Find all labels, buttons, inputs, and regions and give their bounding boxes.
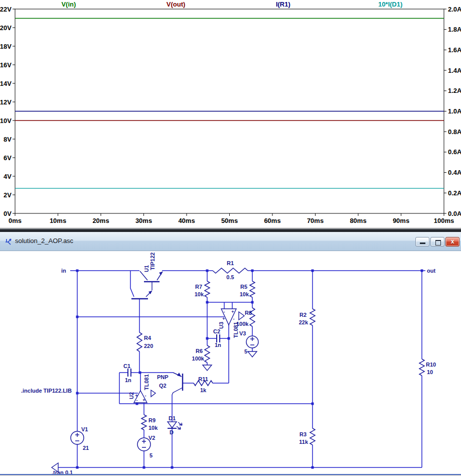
- legend-V(in)[interactable]: V(in): [61, 1, 76, 8]
- R6-value: 100k: [192, 355, 205, 362]
- window-title: solution_2_AOP.asc: [15, 237, 73, 245]
- R5-value: 10k: [240, 291, 249, 297]
- wire-junction: [251, 301, 254, 304]
- V3-name: V3: [239, 330, 246, 336]
- R10-name: R10: [426, 362, 436, 368]
- R6-name: R6: [196, 348, 203, 354]
- C1-value: 1n: [125, 377, 131, 383]
- x-tick-label: 40ms: [178, 217, 195, 224]
- y-left-tick-label: 22V: [0, 6, 12, 13]
- R4-name: R4: [144, 335, 151, 341]
- resistor-zigzag[interactable]: [419, 359, 424, 376]
- axis-tick-labels: 22V20V18V16V14V12V10V8V6V4V2V0V2.0A1.8A1…: [0, 6, 461, 225]
- y-right-tick-label: 1.0A: [448, 107, 461, 115]
- traces: [15, 19, 444, 189]
- y-left-tick-label: 20V: [0, 24, 12, 32]
- resistor-zigzag[interactable]: [205, 345, 210, 363]
- x-tick-label: 60ms: [264, 217, 280, 224]
- y-right-tick-label: 1.2A: [448, 87, 461, 94]
- R5-name: R5: [240, 284, 247, 290]
- V1-name: V1: [81, 426, 88, 432]
- component-C1-capacitor[interactable]: [128, 369, 131, 377]
- minimize-icon: [420, 243, 425, 244]
- U2-value: TL081: [143, 374, 149, 390]
- y-right-tick-label: 1.8A: [448, 26, 461, 33]
- U2-vplus-mark: +: [135, 393, 137, 398]
- y-right-tick-label: 2.0A: [448, 6, 461, 13]
- wire-junction: [312, 270, 314, 272]
- U1-name: U1: [143, 265, 149, 272]
- wire-junction: [139, 372, 141, 374]
- resistor-zigzag[interactable]: [310, 309, 315, 325]
- U3-name: U3: [218, 322, 224, 329]
- x-tick-label: 0ms: [9, 217, 22, 224]
- V1-value: 21: [83, 445, 89, 451]
- ground-icons: [52, 351, 257, 472]
- component-D1-led[interactable]: [168, 422, 182, 429]
- wire-junction: [76, 316, 79, 318]
- resistor-zigzag[interactable]: [250, 281, 255, 297]
- component-U1-darlington-npn[interactable]: [131, 271, 163, 299]
- x-tick-label: 30ms: [135, 217, 152, 224]
- resistor-zigzag[interactable]: [205, 281, 210, 297]
- R9-value: 10k: [148, 425, 158, 431]
- schematic-canvas[interactable]: in out U1 TIP122 R1 0.5 R7 10k R5 10k R8…: [0, 251, 461, 476]
- y-right-tick-label: 1.6A: [448, 46, 461, 54]
- y-right-tick-label: 1.4A: [448, 67, 461, 74]
- resistor-zigzag[interactable]: [137, 332, 142, 351]
- maximize-icon: [435, 240, 441, 246]
- R3-value: 11k: [299, 439, 309, 445]
- resistor-zigzag[interactable]: [141, 415, 146, 430]
- wire-junction: [143, 466, 145, 469]
- R7-value: 10k: [195, 291, 204, 297]
- R2-value: 22k: [299, 319, 309, 325]
- y-right-tick-label: 0.6A: [448, 148, 461, 156]
- schematic-window-titlebar[interactable]: solution_2_AOP.asc x: [0, 232, 461, 251]
- y-left-tick-label: 4V: [4, 173, 12, 180]
- R4-value: 220: [144, 343, 153, 349]
- minimize-button[interactable]: [415, 237, 429, 247]
- x-tick-label: 100ms: [434, 217, 454, 224]
- y-right-tick-label: 0.2A: [448, 189, 461, 197]
- y-left-tick-label: 12V: [0, 98, 12, 106]
- component-Q2-pnp[interactable]: [172, 373, 183, 395]
- R8-name: R8: [245, 310, 252, 316]
- resistor-bodies[interactable]: [137, 268, 424, 445]
- y-right-tick-label: 0.4A: [448, 169, 461, 176]
- R10-value: 10: [427, 369, 433, 375]
- component-V1-source[interactable]: [71, 431, 84, 444]
- waveform-pane[interactable]: 22V20V18V16V14V12V10V8V6V4V2V0V2.0A1.8A1…: [0, 0, 461, 227]
- x-tick-label: 70ms: [307, 217, 324, 224]
- U2-noninv-mark: +: [142, 398, 145, 403]
- y-left-tick-label: 14V: [0, 80, 12, 87]
- U2-name: U2: [128, 392, 134, 399]
- R3-name: R3: [299, 431, 306, 437]
- window-controls: x: [414, 237, 459, 247]
- U2-vminus-mark: -: [145, 393, 146, 398]
- legend-I(R1)[interactable]: I(R1): [276, 1, 290, 8]
- wire-junction: [228, 337, 230, 340]
- x-tick-label: 10ms: [50, 217, 66, 224]
- y-right-tick-label: 0.8A: [448, 128, 461, 136]
- wire-junction: [76, 270, 79, 272]
- U3-vplus-mark: +: [222, 316, 225, 321]
- wire-junction: [206, 337, 209, 340]
- D1-name: D1: [169, 415, 176, 421]
- wire-junction: [76, 392, 79, 395]
- component-C2-capacitor[interactable]: [217, 334, 220, 342]
- wires: [58, 271, 425, 467]
- C2-value: 1n: [215, 342, 221, 348]
- resistor-zigzag[interactable]: [213, 268, 248, 273]
- close-icon: x: [446, 238, 459, 245]
- R9-name: R9: [148, 417, 156, 423]
- x-tick-label: 80ms: [350, 217, 366, 224]
- resistor-zigzag[interactable]: [310, 428, 315, 445]
- component-V3-source[interactable]: [246, 336, 258, 348]
- close-button[interactable]: x: [445, 237, 459, 247]
- legend-10*I(D1)[interactable]: 10*I(D1): [378, 1, 402, 8]
- maximize-button[interactable]: [430, 237, 444, 247]
- waveform-plot: 22V20V18V16V14V12V10V8V6V4V2V0V2.0A1.8A1…: [0, 0, 461, 227]
- legend-V(out)[interactable]: V(out): [167, 1, 186, 8]
- net-label-in: in: [61, 268, 66, 274]
- plot-legend[interactable]: V(in)V(out)I(R1)10*I(D1): [61, 1, 402, 8]
